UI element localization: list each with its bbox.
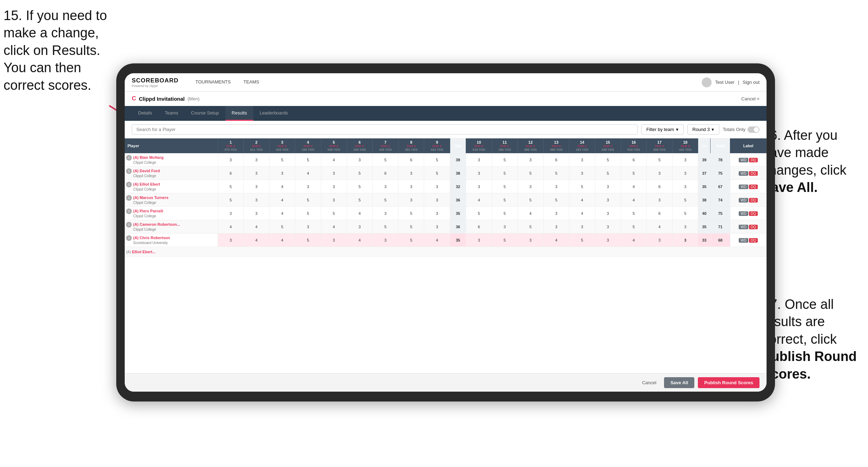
score-cell[interactable]: 5 bbox=[672, 193, 698, 207]
cancel-button[interactable]: Cancel bbox=[638, 378, 661, 387]
score-cell[interactable]: 4 bbox=[347, 207, 372, 220]
score-cell[interactable]: 3 bbox=[372, 234, 398, 247]
score-cell[interactable]: 4 bbox=[621, 193, 646, 207]
score-cell[interactable]: 5 bbox=[424, 167, 450, 180]
score-cell[interactable]: 5 bbox=[424, 153, 450, 167]
score-cell[interactable]: 3 bbox=[672, 180, 698, 193]
score-cell[interactable]: 5 bbox=[295, 234, 321, 247]
score-cell[interactable]: 3 bbox=[517, 234, 543, 247]
score-cell[interactable]: 5 bbox=[595, 167, 621, 180]
score-cell[interactable]: 5 bbox=[347, 167, 372, 180]
score-cell[interactable]: 5 bbox=[372, 220, 398, 234]
score-cell[interactable]: 6 bbox=[646, 180, 672, 193]
score-cell[interactable]: 3 bbox=[321, 234, 347, 247]
score-cell[interactable]: 5 bbox=[372, 153, 398, 167]
score-cell[interactable]: 3 bbox=[398, 193, 424, 207]
score-cell[interactable]: 3 bbox=[372, 180, 398, 193]
score-cell[interactable]: 5 bbox=[595, 153, 621, 167]
score-cell[interactable]: 4 bbox=[321, 153, 347, 167]
score-cell[interactable]: 5 bbox=[621, 207, 646, 220]
score-cell[interactable]: 3 bbox=[595, 193, 621, 207]
score-cell[interactable]: 5 bbox=[544, 193, 569, 207]
score-cell[interactable]: 3 bbox=[569, 153, 595, 167]
score-cell[interactable]: 3 bbox=[372, 207, 398, 220]
score-cell[interactable]: 3 bbox=[321, 193, 347, 207]
score-cell[interactable]: 6 bbox=[398, 153, 424, 167]
publish-round-scores-button[interactable]: Publish Round Scores bbox=[698, 377, 760, 388]
score-cell[interactable]: 4 bbox=[569, 193, 595, 207]
score-cell[interactable]: 5 bbox=[492, 180, 517, 193]
score-cell[interactable]: 5 bbox=[347, 180, 372, 193]
score-cell[interactable]: 5 bbox=[269, 220, 295, 234]
score-cell[interactable]: 3 bbox=[321, 167, 347, 180]
score-cell[interactable]: 4 bbox=[269, 234, 295, 247]
score-cell[interactable]: 3 bbox=[424, 207, 450, 220]
score-cell[interactable]: 5 bbox=[321, 207, 347, 220]
score-cell[interactable]: 3 bbox=[466, 153, 492, 167]
score-cell[interactable]: 5 bbox=[646, 153, 672, 167]
score-cell[interactable]: 3 bbox=[544, 207, 569, 220]
score-cell[interactable]: 5 bbox=[517, 167, 543, 180]
score-cell[interactable]: 4 bbox=[517, 207, 543, 220]
score-cell[interactable]: 4 bbox=[243, 234, 269, 247]
score-cell[interactable]: 4 bbox=[295, 167, 321, 180]
score-cell[interactable]: 3 bbox=[569, 220, 595, 234]
score-cell[interactable]: 3 bbox=[466, 180, 492, 193]
score-cell[interactable]: 4 bbox=[621, 180, 646, 193]
score-cell[interactable]: 6 bbox=[544, 153, 569, 167]
score-cell[interactable]: 3 bbox=[646, 193, 672, 207]
score-cell[interactable]: 4 bbox=[646, 220, 672, 234]
score-cell[interactable]: 5 bbox=[295, 207, 321, 220]
score-cell[interactable]: 5 bbox=[544, 167, 569, 180]
score-cell[interactable]: 3 bbox=[672, 234, 698, 247]
score-cell[interactable]: 4 bbox=[621, 234, 646, 247]
score-cell[interactable]: 6 bbox=[646, 207, 672, 220]
score-cell[interactable]: 4 bbox=[424, 234, 450, 247]
score-cell[interactable]: 3 bbox=[646, 234, 672, 247]
score-cell[interactable]: 5 bbox=[569, 234, 595, 247]
score-cell[interactable]: 3 bbox=[424, 180, 450, 193]
score-cell[interactable]: 3 bbox=[492, 220, 517, 234]
score-cell[interactable]: 5 bbox=[621, 167, 646, 180]
score-cell[interactable]: 3 bbox=[466, 167, 492, 180]
score-cell[interactable]: 5 bbox=[398, 234, 424, 247]
score-cell[interactable]: 5 bbox=[492, 193, 517, 207]
score-cell[interactable]: 3 bbox=[218, 153, 243, 167]
score-cell[interactable]: 6 bbox=[466, 220, 492, 234]
score-cell[interactable]: 6 bbox=[621, 153, 646, 167]
score-cell[interactable]: 4 bbox=[269, 207, 295, 220]
score-cell[interactable]: 5 bbox=[466, 207, 492, 220]
score-cell[interactable]: 4 bbox=[243, 220, 269, 234]
score-cell[interactable]: 4 bbox=[569, 207, 595, 220]
score-cell[interactable]: 3 bbox=[424, 220, 450, 234]
score-cell[interactable]: 3 bbox=[243, 207, 269, 220]
score-cell[interactable]: 3 bbox=[295, 220, 321, 234]
score-cell[interactable]: 3 bbox=[646, 167, 672, 180]
score-cell[interactable]: 3 bbox=[544, 180, 569, 193]
sign-out-link[interactable]: Sign out bbox=[743, 80, 760, 85]
score-cell[interactable]: 3 bbox=[218, 207, 243, 220]
toggle-switch[interactable] bbox=[748, 126, 760, 133]
score-cell[interactable]: 5 bbox=[372, 193, 398, 207]
score-cell[interactable]: 3 bbox=[424, 193, 450, 207]
search-input[interactable] bbox=[132, 124, 638, 135]
nav-tournaments[interactable]: TOURNAMENTS bbox=[189, 73, 237, 92]
score-cell[interactable]: 5 bbox=[398, 207, 424, 220]
score-cell[interactable]: 5 bbox=[218, 180, 243, 193]
filter-by-team-button[interactable]: Filter by team ▾ bbox=[641, 124, 684, 135]
score-cell[interactable]: 5 bbox=[398, 220, 424, 234]
score-cell[interactable]: 4 bbox=[218, 220, 243, 234]
score-cell[interactable]: 5 bbox=[347, 193, 372, 207]
score-cell[interactable]: 3 bbox=[595, 220, 621, 234]
score-cell[interactable]: 3 bbox=[218, 234, 243, 247]
score-cell[interactable]: 4 bbox=[269, 180, 295, 193]
tab-details[interactable]: Details bbox=[132, 106, 159, 121]
score-cell[interactable]: 3 bbox=[517, 180, 543, 193]
score-cell[interactable]: 3 bbox=[466, 234, 492, 247]
score-cell[interactable]: 5 bbox=[492, 153, 517, 167]
score-cell[interactable]: 5 bbox=[517, 220, 543, 234]
score-cell[interactable]: 5 bbox=[269, 153, 295, 167]
score-cell[interactable]: 4 bbox=[347, 234, 372, 247]
tab-results[interactable]: Results bbox=[225, 106, 253, 121]
score-cell[interactable]: 3 bbox=[569, 167, 595, 180]
